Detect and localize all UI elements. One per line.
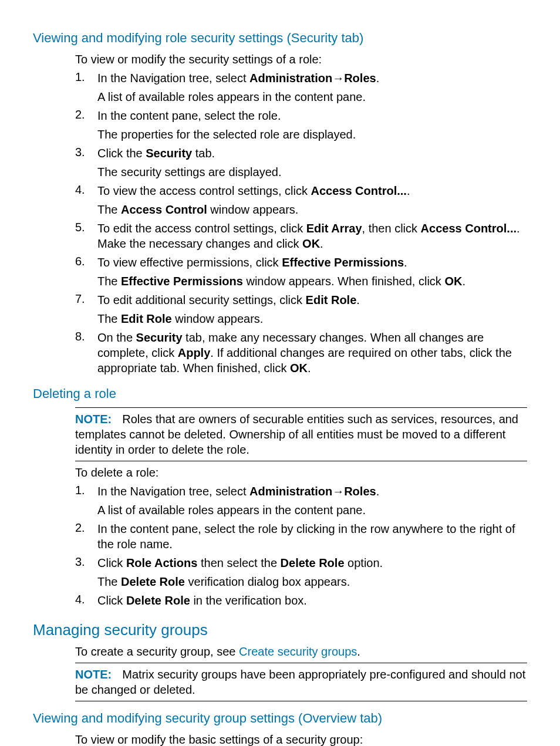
- list-item: 3. Click the Security tab. The security …: [75, 146, 527, 180]
- heading-deleting-role: Deleting a role: [33, 386, 527, 401]
- step-text: Click Delete Role in the verification bo…: [97, 593, 527, 608]
- step-text: In the Navigation tree, select Administr…: [97, 70, 527, 104]
- note-label: NOTE:: [75, 413, 112, 426]
- step-text: To view effective permissions, click Eff…: [97, 255, 527, 289]
- step-number: 3.: [75, 146, 97, 159]
- step-number: 1.: [75, 484, 97, 497]
- heading-viewing-security-group: Viewing and modifying security group set…: [33, 711, 527, 726]
- list-item: 6. To view effective permissions, click …: [75, 255, 527, 289]
- step-list: 1. In the Navigation tree, select Admini…: [75, 484, 527, 608]
- section-body: NOTE:Roles that are owners of securable …: [75, 407, 527, 608]
- note-body: Matrix security groups have been appropr…: [75, 668, 525, 696]
- step-text: In the Navigation tree, select Administr…: [97, 484, 527, 518]
- step-number: 4.: [75, 183, 97, 197]
- step-text: To edit additional security settings, cl…: [97, 292, 527, 326]
- list-item: 2. In the content pane, select the role …: [75, 521, 527, 552]
- intro-text: To view or modify the basic settings of …: [75, 732, 527, 746]
- step-text: In the content pane, select the role. Th…: [97, 108, 527, 142]
- step-number: 2.: [75, 521, 97, 535]
- divider: [75, 407, 527, 408]
- list-item: 1. In the Navigation tree, select Admini…: [75, 70, 527, 104]
- divider: [75, 663, 527, 663]
- list-item: 3. Click Role Actions then select the De…: [75, 555, 527, 589]
- note: NOTE:Roles that are owners of securable …: [75, 411, 527, 457]
- step-text: To edit the access control settings, cli…: [97, 221, 527, 251]
- heading-managing-security-groups: Managing security groups: [33, 621, 527, 639]
- note-body: Roles that are owners of securable entit…: [75, 413, 518, 456]
- page-content: Viewing and modifying role security sett…: [0, 0, 560, 746]
- step-number: 8.: [75, 330, 97, 343]
- step-number: 3.: [75, 555, 97, 569]
- heading-viewing-role-security: Viewing and modifying role security sett…: [33, 31, 527, 46]
- note: NOTE:Matrix security groups have been ap…: [75, 667, 527, 697]
- step-list: 1. In the Navigation tree, select Admini…: [75, 70, 527, 376]
- step-text: On the Security tab, make any necessary …: [97, 330, 527, 376]
- link-create-security-groups[interactable]: Create security groups: [239, 645, 357, 658]
- list-item: 8. On the Security tab, make any necessa…: [75, 330, 527, 376]
- divider: [75, 701, 527, 701]
- intro-text: To create a security group, see Create s…: [75, 644, 527, 659]
- step-text: Click Role Actions then select the Delet…: [97, 555, 527, 589]
- step-text: In the content pane, select the role by …: [97, 521, 527, 552]
- section-body: To view or modify the basic settings of …: [75, 732, 527, 746]
- section-body: To view or modify the security settings …: [75, 52, 527, 376]
- list-item: 2. In the content pane, select the role.…: [75, 108, 527, 142]
- list-item: 5. To edit the access control settings, …: [75, 221, 527, 251]
- list-item: 1. In the Navigation tree, select Admini…: [75, 484, 527, 518]
- divider: [75, 461, 527, 461]
- list-item: 4. Click Delete Role in the verification…: [75, 593, 527, 608]
- step-text: Click the Security tab. The security set…: [97, 146, 527, 180]
- list-item: 7. To edit additional security settings,…: [75, 292, 527, 326]
- section-body: To create a security group, see Create s…: [75, 644, 527, 701]
- list-item: 4. To view the access control settings, …: [75, 183, 527, 217]
- intro-text: To view or modify the security settings …: [75, 52, 527, 67]
- note-label: NOTE:: [75, 668, 112, 681]
- step-number: 2.: [75, 108, 97, 121]
- step-number: 4.: [75, 593, 97, 606]
- step-number: 6.: [75, 255, 97, 268]
- step-number: 5.: [75, 221, 97, 234]
- step-text: To view the access control settings, cli…: [97, 183, 527, 217]
- step-number: 1.: [75, 70, 97, 84]
- intro-text: To delete a role:: [75, 465, 527, 480]
- step-number: 7.: [75, 292, 97, 306]
